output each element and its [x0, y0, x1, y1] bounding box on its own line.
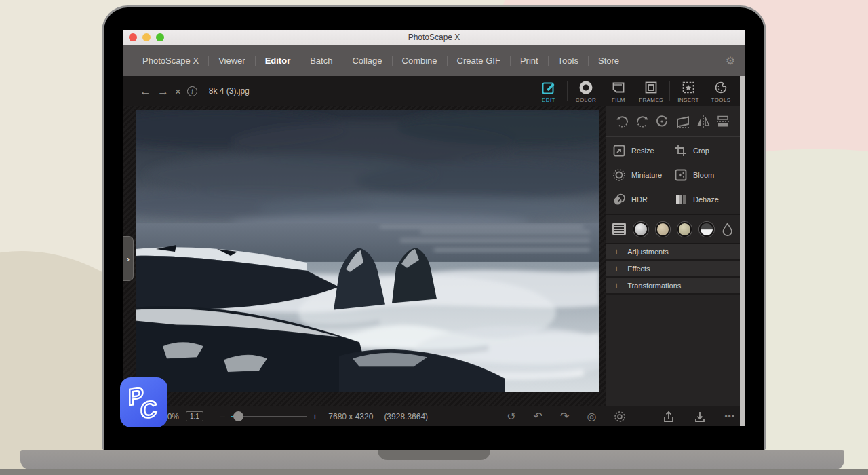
statusbar-separator — [644, 411, 644, 423]
menu-item-collage[interactable]: Collage — [342, 56, 391, 66]
titlebar: PhotoScape X — [123, 30, 745, 45]
window-title: PhotoScape X — [123, 33, 745, 42]
preset-circle-khaki[interactable] — [677, 222, 692, 237]
tab-tools[interactable]: TOOLS — [705, 79, 737, 103]
section-transformations[interactable]: + Transformations — [606, 278, 740, 294]
expand-plus-icon: + — [614, 280, 619, 291]
info-icon[interactable]: i — [187, 86, 197, 96]
tools-palette-icon — [713, 80, 728, 95]
resize-icon — [612, 144, 626, 157]
cursor-coordinates: (3928.3664) — [384, 412, 428, 421]
miniature-button[interactable]: Miniature — [612, 168, 674, 182]
more-options-icon[interactable]: ••• — [724, 412, 735, 421]
menu-item-photoscape-x[interactable]: PhotoScape X — [133, 56, 208, 66]
redo-icon[interactable]: ↷ — [560, 411, 569, 422]
preset-list-icon[interactable] — [612, 223, 626, 235]
laptop-hinge-notch — [378, 450, 490, 460]
hdr-icon — [612, 193, 626, 206]
section-label: Effects — [627, 265, 650, 273]
transform-icon-row — [606, 106, 740, 137]
zoom-in-icon[interactable]: + — [312, 411, 317, 422]
perspective-icon[interactable] — [675, 114, 691, 129]
preset-row — [606, 215, 740, 244]
rotate-cw-icon[interactable] — [635, 114, 650, 129]
dehaze-button[interactable]: Dehaze — [674, 193, 736, 206]
preset-circle-light[interactable] — [633, 222, 648, 237]
section-effects[interactable]: + Effects — [606, 261, 740, 278]
tool-label: HDR — [631, 195, 648, 204]
film-frame-icon — [611, 80, 626, 95]
water-drop-icon[interactable] — [722, 222, 733, 237]
flip-vertical-icon[interactable] — [715, 114, 730, 129]
share-upload-icon[interactable] — [662, 410, 675, 423]
settings-gear-icon[interactable]: ⚙ — [726, 54, 735, 67]
bloom-button[interactable]: Bloom — [674, 168, 736, 182]
zoom-slider-thumb[interactable] — [233, 411, 243, 421]
statusbar: 10% 1:1 − + 7680 x 4320 (3928.3664) ↺ ↶ … — [123, 406, 745, 426]
zoom-slider[interactable] — [231, 416, 307, 417]
close-photo-icon[interactable]: × — [175, 86, 181, 97]
tool-label: Miniature — [631, 171, 662, 179]
open-filename: 8k 4 (3).jpg — [209, 86, 250, 96]
preset-circle-split[interactable] — [699, 222, 713, 237]
zoom-out-icon[interactable]: − — [220, 411, 225, 422]
next-photo-icon[interactable]: → — [157, 86, 169, 97]
bloom-icon — [674, 168, 688, 182]
tool-label: Dehaze — [693, 195, 719, 204]
menubar: PhotoScape X Viewer Editor Batch Collage… — [123, 45, 745, 76]
svg-text:C: C — [140, 396, 157, 423]
tab-label: FRAMES — [639, 97, 663, 103]
menu-item-combine[interactable]: Combine — [393, 56, 447, 66]
editor-toolbar: ← → × i 8k 4 (3).jpg EDIT — [123, 76, 740, 106]
crop-button[interactable]: Crop — [674, 144, 736, 157]
vertical-scrollbar[interactable] — [740, 76, 745, 426]
pc-logo-badge: P C — [120, 377, 167, 428]
tab-frames[interactable]: FRAMES — [635, 79, 667, 103]
menu-item-tools[interactable]: Tools — [549, 56, 588, 66]
tool-label: Bloom — [693, 171, 714, 179]
resize-button[interactable]: Resize — [612, 144, 674, 157]
sidebar-expand-handle[interactable]: › — [123, 236, 134, 281]
rotate-ccw-icon[interactable] — [615, 114, 630, 129]
menu-item-store[interactable]: Store — [589, 56, 629, 66]
undo-icon[interactable]: ↶ — [534, 411, 542, 422]
dehaze-icon — [674, 193, 688, 206]
chevron-right-icon: › — [127, 254, 130, 264]
tab-label: COLOR — [576, 97, 596, 103]
compare-split-icon[interactable] — [614, 411, 626, 423]
menu-item-print[interactable]: Print — [511, 56, 548, 66]
frame-square-icon — [644, 80, 658, 95]
insert-star-icon — [681, 80, 696, 95]
panel-sections: + Adjustments + Effects + Transformation… — [606, 244, 740, 294]
color-donut-icon — [578, 80, 593, 95]
tab-separator — [567, 81, 568, 101]
section-label: Transformations — [627, 282, 681, 290]
expand-plus-icon: + — [614, 246, 619, 257]
tab-insert[interactable]: INSERT — [672, 79, 705, 103]
save-download-icon[interactable] — [693, 410, 707, 423]
tab-label: INSERT — [677, 97, 699, 103]
menu-item-editor[interactable]: Editor — [256, 56, 300, 66]
tool-label: Resize — [631, 147, 654, 155]
section-adjustments[interactable]: + Adjustments — [606, 244, 740, 261]
rotate-angle-icon[interactable] — [654, 114, 669, 129]
photo-seascape[interactable] — [136, 110, 599, 392]
tab-edit[interactable]: EDIT — [532, 79, 565, 103]
compare-original-icon[interactable]: ◎ — [587, 411, 596, 422]
expand-plus-icon: + — [614, 263, 619, 274]
app-window: PhotoScape X PhotoScape X Viewer Editor … — [123, 30, 745, 426]
previous-photo-icon[interactable]: ← — [140, 86, 151, 97]
menu-item-batch[interactable]: Batch — [300, 56, 342, 66]
revert-original-icon[interactable]: ↺ — [507, 411, 515, 422]
tab-label: EDIT — [542, 97, 555, 103]
tab-film[interactable]: FILM — [602, 79, 635, 103]
tab-color[interactable]: COLOR — [570, 79, 602, 103]
menu-item-create-gif[interactable]: Create GIF — [448, 56, 510, 66]
tool-label: Crop — [693, 147, 709, 155]
content-area: ← → × i 8k 4 (3).jpg EDIT — [123, 76, 745, 406]
hdr-button[interactable]: HDR — [612, 193, 674, 206]
flip-horizontal-icon[interactable] — [696, 114, 711, 129]
menu-item-viewer[interactable]: Viewer — [209, 56, 255, 66]
actual-size-button[interactable]: 1:1 — [186, 411, 203, 421]
preset-circle-beige[interactable] — [656, 222, 670, 237]
